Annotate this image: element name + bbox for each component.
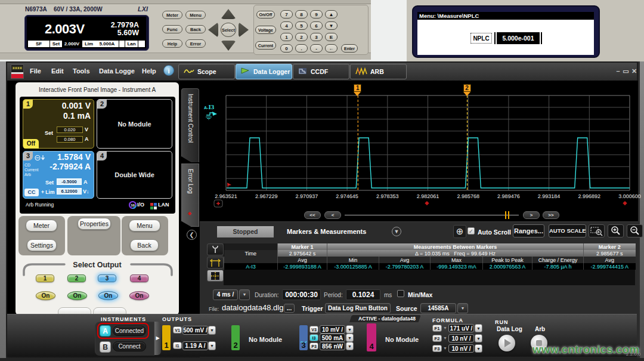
channel-1-box[interactable]: 1 0.001 V 0.1 mA Set 0.020 V 0.080 A Off bbox=[23, 99, 94, 149]
hw-left-arrow-button[interactable] bbox=[208, 22, 218, 38]
numpad-9[interactable]: 9 bbox=[310, 10, 323, 18]
i1-scale-field[interactable]: 1.19 A / bbox=[182, 341, 208, 350]
output-1-on-button[interactable]: On bbox=[36, 291, 55, 300]
channel-2-box[interactable]: 2 No Module bbox=[97, 99, 172, 149]
properties-tool-icon[interactable] bbox=[207, 243, 224, 255]
scroll-far-left-button[interactable]: << bbox=[304, 211, 321, 219]
markers-tool-icon[interactable] bbox=[207, 257, 224, 269]
source-dropdown-arrow-icon[interactable]: ▼ bbox=[457, 303, 468, 313]
timebase-dropdown-arrow-icon[interactable]: ▼ bbox=[239, 289, 250, 300]
duration-field[interactable]: 000:00:30 bbox=[282, 289, 321, 300]
instrument-b-connect-button[interactable]: Connect bbox=[113, 341, 146, 351]
select-output-3-button[interactable]: 3 bbox=[98, 274, 116, 282]
i1-scale-arrow-icon[interactable]: ▼ bbox=[208, 341, 216, 350]
v1-scale-field[interactable]: 500 mV / bbox=[182, 326, 208, 335]
close-icon[interactable]: ✕ bbox=[630, 67, 638, 75]
chevron-down-icon[interactable]: ▼ bbox=[392, 227, 401, 236]
info-icon[interactable]: i bbox=[163, 65, 174, 76]
p3-scale-field[interactable]: 856 nW bbox=[320, 342, 345, 350]
v3-scale-field[interactable]: 10 mV / bbox=[320, 325, 345, 334]
tab-data-logger[interactable]: Data Logger bbox=[236, 64, 292, 79]
numpad-4[interactable]: 4 bbox=[280, 21, 293, 30]
marquee-zoom-icon[interactable] bbox=[589, 224, 605, 237]
fp-settings-button[interactable]: Settings bbox=[27, 239, 57, 251]
v3-scale-arrow-icon[interactable]: ▼ bbox=[346, 325, 354, 334]
scroll-far-right-button[interactable]: >> bbox=[543, 211, 559, 219]
i3-scale-field[interactable]: 500 mA bbox=[320, 334, 345, 342]
numpad-5[interactable]: 5 bbox=[295, 21, 308, 30]
fp-back-button[interactable]: Back bbox=[130, 239, 159, 251]
channel-3-box[interactable]: 3 1.5784 V -2.79924 A CDCurrentArb Set -… bbox=[23, 151, 94, 199]
period-field[interactable]: 0.1024 bbox=[346, 289, 380, 300]
fp-meter-button[interactable]: Meter bbox=[26, 220, 57, 232]
f3-scale-field[interactable]: 10 nV / bbox=[448, 344, 474, 353]
error-log-tab[interactable]: Error Log ◆ bbox=[181, 163, 199, 227]
maximize-icon[interactable]: ▭ bbox=[622, 67, 630, 75]
datalog-chart[interactable]: A-I3 2.9635212.9672292.9709372.9746452.9… bbox=[200, 81, 638, 221]
scroll-left-button[interactable]: < bbox=[324, 211, 341, 219]
f3-dropdown-arrow-icon[interactable]: ▼ bbox=[443, 346, 447, 350]
hw-func-button[interactable]: Func bbox=[162, 25, 182, 33]
channel-1-voltage-set-field[interactable]: 0.020 bbox=[57, 126, 83, 133]
f2-scale-arrow-icon[interactable]: ▼ bbox=[475, 334, 482, 343]
channel-1-off-tag[interactable]: Off bbox=[23, 139, 39, 149]
add-marker-icon[interactable]: ⊕ bbox=[453, 225, 466, 238]
numpad-1[interactable]: 1 bbox=[280, 33, 293, 41]
hw-error-button[interactable]: Error bbox=[185, 39, 206, 48]
f1-scale-field[interactable]: 171 uV / bbox=[448, 324, 474, 332]
menu-edit[interactable]: Edit bbox=[51, 67, 64, 75]
scroll-right-button[interactable]: > bbox=[523, 211, 540, 219]
browse-button[interactable]: ... bbox=[284, 304, 295, 313]
hw-enter-button[interactable]: Enter bbox=[341, 44, 358, 53]
output-2-on-button[interactable]: On bbox=[67, 291, 87, 300]
select-output-2-button[interactable]: 2 bbox=[67, 274, 86, 282]
zoom-in-icon[interactable] bbox=[608, 224, 624, 237]
f2-scale-field[interactable]: 10 nV / bbox=[448, 334, 474, 343]
hw-back-button[interactable]: Back bbox=[185, 25, 206, 33]
channel-3-lim-field[interactable]: 6.12000 bbox=[57, 188, 82, 195]
f1-scale-arrow-icon[interactable]: ▼ bbox=[475, 324, 482, 332]
menu-data-logger[interactable]: Data Logge bbox=[99, 67, 135, 75]
p3-scale-arrow-icon[interactable]: ▼ bbox=[346, 342, 354, 350]
output-3-on-button[interactable]: On bbox=[98, 291, 118, 300]
timebase-dropdown[interactable]: 4 ms / bbox=[213, 289, 238, 300]
channel-4-box[interactable]: 4 Double Wide bbox=[97, 151, 172, 199]
grid-view-icon[interactable] bbox=[207, 270, 224, 282]
nplc-field-value[interactable]: 5.000e-001 bbox=[494, 32, 542, 44]
zoom-out-icon[interactable] bbox=[627, 224, 643, 237]
auto-scroll-checkbox[interactable]: ✓ bbox=[467, 227, 475, 235]
numpad-dot[interactable]: . bbox=[295, 44, 308, 53]
instrument-a-connected-button[interactable]: Connected bbox=[113, 326, 146, 336]
fp-menu-button[interactable]: Menu bbox=[129, 220, 160, 232]
hw-help-button[interactable]: Help bbox=[162, 39, 182, 48]
menu-help[interactable]: Help bbox=[142, 67, 156, 75]
scroll-handle[interactable] bbox=[505, 211, 509, 219]
f2-dropdown-arrow-icon[interactable]: ▼ bbox=[443, 336, 447, 340]
scroll-track[interactable] bbox=[345, 215, 519, 215]
trigger-dropdown[interactable]: Data Log Run Button ▼ bbox=[325, 303, 391, 313]
hw-menu-button[interactable]: Menu bbox=[185, 11, 206, 19]
auto-scale-button[interactable]: AUTO SCALE bbox=[549, 224, 586, 237]
collapse-panel-icon[interactable]: ❮ bbox=[187, 230, 197, 240]
marker-1-handle[interactable]: 1 bbox=[354, 84, 361, 95]
select-output-1-button[interactable]: 1 bbox=[36, 274, 54, 282]
marker-2-handle[interactable]: 2 bbox=[463, 84, 471, 95]
instrument-control-tab[interactable]: Instrument Control bbox=[181, 88, 199, 162]
numpad-minus[interactable]: - bbox=[310, 44, 323, 53]
hw-up-arrow-button[interactable] bbox=[221, 9, 236, 19]
hw-select-button[interactable]: Select bbox=[221, 23, 236, 37]
tab-arb[interactable]: ARB bbox=[350, 64, 407, 79]
numpad-0[interactable]: 0 bbox=[280, 44, 293, 53]
hw-voltage-button[interactable]: Voltage bbox=[255, 26, 276, 34]
menu-file[interactable]: File bbox=[30, 67, 41, 75]
menu-tools[interactable]: Tools bbox=[73, 67, 90, 75]
numpad-6[interactable]: 6 bbox=[310, 21, 323, 30]
i3-scale-arrow-icon[interactable]: ▼ bbox=[346, 334, 354, 342]
numpad-3[interactable]: 3 bbox=[310, 33, 323, 41]
hw-current-button[interactable]: Current bbox=[255, 41, 276, 50]
hw-down-arrow-button[interactable] bbox=[221, 41, 236, 51]
channel-1-current-set-field[interactable]: 0.080 bbox=[57, 136, 83, 143]
numpad-down-icon[interactable]: ▼ bbox=[325, 21, 338, 30]
minmax-checkbox[interactable] bbox=[397, 290, 404, 297]
tab-ccdf[interactable]: CCDF bbox=[293, 64, 349, 79]
